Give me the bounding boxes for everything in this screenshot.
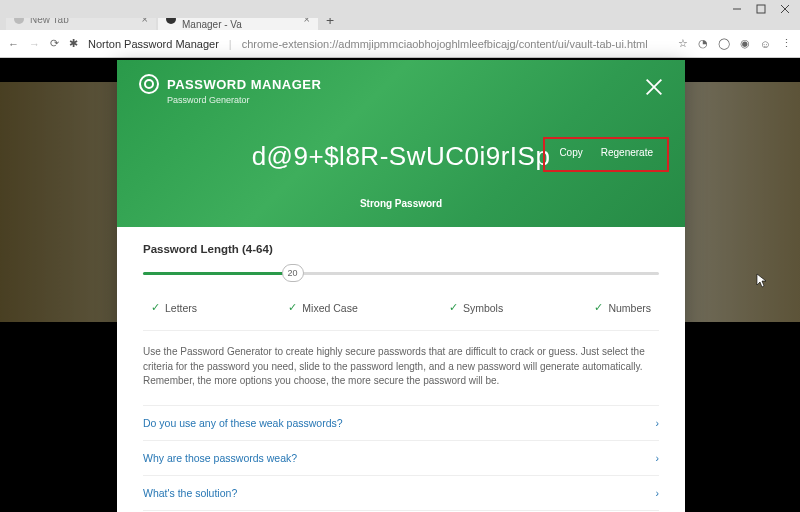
generated-password: d@9+$l8R-SwUC0i9rISp (252, 141, 551, 172)
chevron-right-icon: › (656, 452, 660, 464)
extension-label: Norton Password Manager (88, 38, 219, 50)
reload-icon[interactable]: ⟳ (50, 37, 59, 50)
checkmark-icon: ✓ (594, 301, 603, 314)
option-label: Symbols (463, 302, 503, 314)
regenerate-button[interactable]: Regenerate (601, 147, 653, 158)
option-symbols[interactable]: ✓Symbols (449, 301, 503, 314)
password-generator-modal: PASSWORD MANAGER Password Generator d@9+… (117, 60, 685, 512)
description-text: Use the Password Generator to create hig… (143, 331, 659, 406)
password-actions: Copy Regenerate (543, 137, 669, 172)
faq-question: Do you use any of these weak passwords? (143, 417, 343, 429)
faq-question: What's the solution? (143, 487, 237, 499)
svg-rect-1 (757, 5, 765, 13)
chevron-right-icon: › (656, 487, 660, 499)
chevron-right-icon: › (656, 417, 660, 429)
modal-header: PASSWORD MANAGER Password Generator d@9+… (117, 60, 685, 227)
copy-button[interactable]: Copy (559, 147, 582, 158)
minimize-icon[interactable] (732, 4, 742, 18)
faq-item-solution[interactable]: What's the solution? › (143, 476, 659, 511)
slider-fill (143, 272, 293, 275)
option-label: Mixed Case (302, 302, 357, 314)
slider-thumb[interactable]: 20 (282, 264, 304, 282)
faq-question: Why are those passwords weak? (143, 452, 297, 464)
close-icon (643, 76, 665, 98)
extension-icon: ✱ (69, 37, 78, 50)
option-mixed-case[interactable]: ✓Mixed Case (288, 301, 357, 314)
faq-item-why-weak[interactable]: Why are those passwords weak? › (143, 441, 659, 476)
length-slider[interactable]: 20 (143, 263, 659, 283)
length-label: Password Length (4-64) (143, 243, 659, 255)
star-icon[interactable]: ☆ (678, 37, 688, 50)
brand-logo-icon (139, 74, 159, 94)
close-button[interactable] (643, 76, 665, 102)
maximize-icon[interactable] (756, 4, 766, 18)
shield-icon[interactable]: ◔ (698, 37, 708, 50)
option-label: Letters (165, 302, 197, 314)
brand-title: PASSWORD MANAGER (167, 77, 321, 92)
forward-icon[interactable]: → (29, 38, 40, 50)
option-label: Numbers (608, 302, 651, 314)
strength-label: Strong Password (139, 198, 663, 209)
cursor-icon (756, 273, 770, 292)
faq-item-weak-passwords[interactable]: Do you use any of these weak passwords? … (143, 406, 659, 441)
window-controls (0, 0, 800, 18)
modal-body: Password Length (4-64) 20 ✓Letters ✓Mixe… (117, 227, 685, 511)
menu-icon[interactable]: ⋮ (781, 37, 792, 50)
github-icon[interactable]: ◉ (740, 37, 750, 50)
brand-subtitle: Password Generator (167, 95, 663, 105)
circle-icon[interactable]: ◯ (718, 37, 730, 50)
checkmark-icon: ✓ (288, 301, 297, 314)
checkmark-icon: ✓ (449, 301, 458, 314)
option-letters[interactable]: ✓Letters (151, 301, 197, 314)
profile-icon[interactable]: ☺ (760, 38, 771, 50)
options-row: ✓Letters ✓Mixed Case ✓Symbols ✓Numbers (143, 297, 659, 331)
checkmark-icon: ✓ (151, 301, 160, 314)
option-numbers[interactable]: ✓Numbers (594, 301, 651, 314)
back-icon[interactable]: ← (8, 38, 19, 50)
close-icon[interactable] (780, 4, 790, 18)
browser-toolbar: ← → ⟳ ✱ Norton Password Manager | chrome… (0, 30, 800, 58)
address-bar[interactable]: chrome-extension://admmjipmmciaobhojoghl… (242, 38, 668, 50)
